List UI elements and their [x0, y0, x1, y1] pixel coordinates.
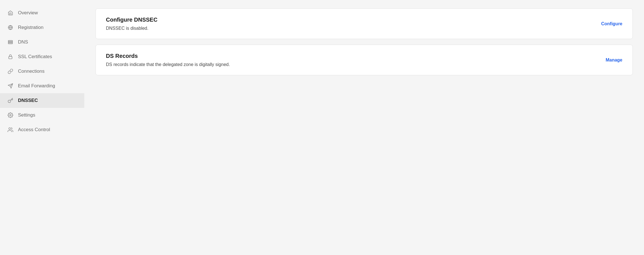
- dns-icon: [7, 38, 14, 46]
- svg-rect-4: [8, 43, 13, 44]
- card-title-configure-dnssec: Configure DNSSEC: [106, 17, 590, 23]
- card-description-ds-records: DS records indicate that the delegated z…: [106, 62, 594, 67]
- sidebar-item-access-control[interactable]: Access Control: [0, 122, 84, 137]
- sidebar-item-registration[interactable]: Registration: [0, 20, 84, 35]
- users-icon: [7, 126, 14, 133]
- send-icon: [7, 82, 14, 90]
- sidebar-label-ssl-certificates: SSL Certificates: [18, 54, 52, 60]
- card-title-ds-records: DS Records: [106, 53, 594, 59]
- card-configure-dnssec: Configure DNSSECDNSSEC is disabled.Confi…: [96, 8, 633, 39]
- svg-point-8: [10, 115, 11, 116]
- main-content: Configure DNSSECDNSSEC is disabled.Confi…: [84, 0, 644, 255]
- svg-rect-3: [8, 42, 13, 42]
- card-ds-records: DS RecordsDS records indicate that the d…: [96, 45, 633, 75]
- manage-ds-records-action[interactable]: Manage: [606, 58, 622, 63]
- sidebar-label-access-control: Access Control: [18, 127, 50, 133]
- sidebar-label-dns: DNS: [18, 39, 28, 45]
- sidebar-item-dns[interactable]: DNS: [0, 35, 84, 49]
- sidebar-label-registration: Registration: [18, 25, 44, 30]
- settings-icon: [7, 111, 14, 119]
- sidebar-item-connections[interactable]: Connections: [0, 64, 84, 79]
- svg-rect-2: [8, 40, 13, 41]
- sidebar-label-overview: Overview: [18, 10, 38, 16]
- sidebar-item-dnssec[interactable]: DNSSEC: [0, 93, 84, 108]
- sidebar-label-dnssec: DNSSEC: [18, 98, 38, 103]
- sidebar-item-overview[interactable]: Overview: [0, 6, 84, 20]
- lock-icon: [7, 53, 14, 60]
- sidebar-label-connections: Connections: [18, 69, 45, 74]
- svg-rect-5: [9, 56, 12, 59]
- link-icon: [7, 68, 14, 75]
- sidebar: OverviewRegistrationDNSSSL CertificatesC…: [0, 0, 84, 255]
- svg-point-9: [9, 128, 11, 130]
- key-icon: [7, 97, 14, 104]
- sidebar-item-ssl-certificates[interactable]: SSL Certificates: [0, 49, 84, 64]
- sidebar-item-email-forwarding[interactable]: Email Forwarding: [0, 79, 84, 93]
- card-content-configure-dnssec: Configure DNSSECDNSSEC is disabled.: [106, 17, 590, 31]
- card-description-configure-dnssec: DNSSEC is disabled.: [106, 26, 590, 31]
- card-content-ds-records: DS RecordsDS records indicate that the d…: [106, 53, 594, 67]
- home-icon: [7, 9, 14, 17]
- sidebar-item-settings[interactable]: Settings: [0, 108, 84, 122]
- sidebar-label-email-forwarding: Email Forwarding: [18, 83, 55, 89]
- sidebar-label-settings: Settings: [18, 112, 35, 118]
- globe-icon: [7, 24, 14, 31]
- configure-dnssec-action[interactable]: Configure: [601, 21, 622, 26]
